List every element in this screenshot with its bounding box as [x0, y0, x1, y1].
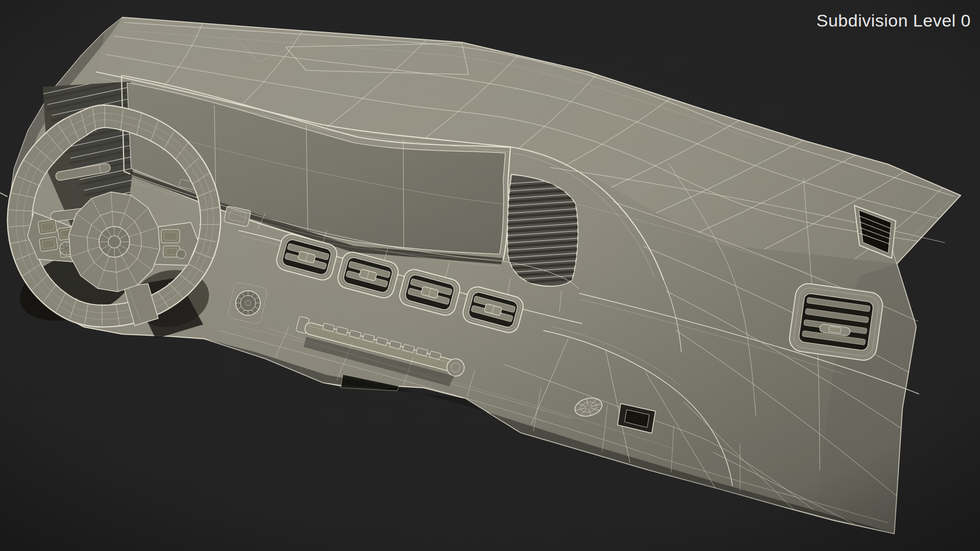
render-viewport: Subdivision Level 0: [0, 0, 980, 551]
vignette: [0, 0, 980, 551]
subdivision-level-label: Subdivision Level 0: [817, 11, 971, 30]
wireframe-dashboard-render: Subdivision Level 0: [0, 0, 980, 551]
